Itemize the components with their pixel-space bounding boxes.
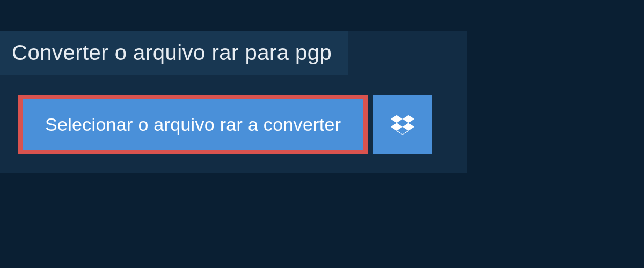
converter-panel: Converter o arquivo rar para pgp Selecio… [0,31,467,173]
select-file-button-label: Selecionar o arquivo rar a converter [45,114,341,135]
dropbox-button[interactable] [373,95,432,154]
panel-title: Converter o arquivo rar para pgp [12,41,332,64]
title-tab: Converter o arquivo rar para pgp [0,31,348,75]
select-file-button[interactable]: Selecionar o arquivo rar a converter [18,95,368,154]
dropbox-icon [391,113,414,137]
button-row: Selecionar o arquivo rar a converter [18,95,467,154]
